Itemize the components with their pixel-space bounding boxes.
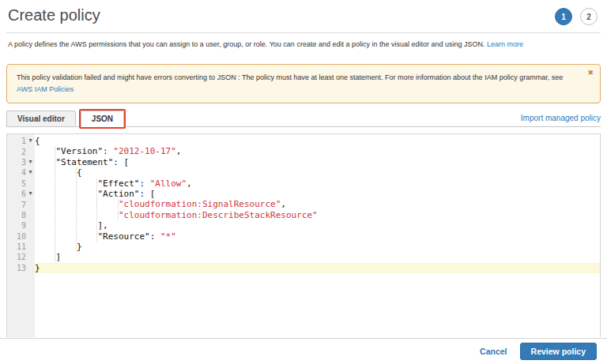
gutter-line-number: 7 xyxy=(21,201,26,209)
gutter-cell: 9 xyxy=(7,220,35,231)
json-plain-token: ], xyxy=(97,220,107,231)
indent-whitespace xyxy=(35,146,56,156)
code-line[interactable]: ] xyxy=(35,252,600,262)
code-line[interactable]: "Version": "2012-10-17", xyxy=(35,146,600,156)
tab-visual-editor[interactable]: Visual editor xyxy=(6,111,76,127)
code-line[interactable]: } xyxy=(35,263,600,273)
progress-steps: 12 xyxy=(555,6,599,25)
code-line[interactable]: "Action": [ xyxy=(35,189,600,199)
code-line[interactable]: { xyxy=(35,167,600,178)
gutter-cell: 7 xyxy=(7,199,35,209)
json-string-token: "cloudformation:SignalResource" xyxy=(119,199,281,209)
gutter-cell: 8 xyxy=(7,210,35,220)
code-line[interactable]: { xyxy=(35,136,600,146)
tab-json[interactable]: JSON xyxy=(81,111,124,127)
code-line[interactable]: ], xyxy=(35,220,600,231)
tab-label: Visual editor xyxy=(17,114,65,123)
json-plain-token: "Statement": [ xyxy=(56,157,130,167)
page-title: Create policy xyxy=(8,6,100,24)
gutter-cell: 1▼ xyxy=(7,136,35,146)
gutter-line-number: 2 xyxy=(21,148,26,156)
gutter-cell: 12 xyxy=(7,252,35,262)
gutter-line-number: 10 xyxy=(17,232,26,241)
gutter-line-number: 13 xyxy=(17,264,26,272)
fold-caret-icon[interactable]: ▼ xyxy=(26,189,35,199)
indent-whitespace xyxy=(35,242,77,252)
learn-more-link[interactable]: Learn more xyxy=(487,40,523,48)
json-editor[interactable]: 1▼23▼4▼56▼78910111213 { "Version": "2012… xyxy=(6,133,601,337)
gutter-cell: 2 xyxy=(7,146,35,156)
json-plain-token: , xyxy=(176,146,182,156)
json-plain-token: "Version": xyxy=(56,146,114,156)
fold-caret-icon[interactable]: ▼ xyxy=(26,136,35,146)
indent-whitespace xyxy=(35,199,119,209)
json-string-token: "2012-10-17" xyxy=(113,146,175,156)
indent-whitespace xyxy=(35,220,97,231)
intro-description: A policy defines the AWS permissions tha… xyxy=(8,40,487,48)
page-header: Create policy 12 xyxy=(0,0,607,25)
iam-policies-link[interactable]: AWS IAM Policies xyxy=(17,85,74,93)
cancel-button[interactable]: Cancel xyxy=(480,347,507,356)
code-line[interactable]: "Resource": "*" xyxy=(35,231,600,242)
close-icon[interactable]: ✖ xyxy=(587,69,594,77)
create-policy-page: Create policy 12 A policy defines the AW… xyxy=(0,0,607,364)
indent-whitespace xyxy=(35,189,97,199)
gutter-cell: 3▼ xyxy=(7,157,35,167)
json-plain-token: , xyxy=(187,178,192,189)
json-plain-token: } xyxy=(77,242,82,252)
fold-caret-icon[interactable]: ▼ xyxy=(26,157,35,167)
code-line[interactable]: "cloudformation:DescribeStackResource" xyxy=(35,210,600,220)
gutter-line-number: 9 xyxy=(21,221,26,230)
json-plain-token: , xyxy=(281,199,286,209)
step-indicator-2: 2 xyxy=(580,8,598,25)
tab-label: JSON xyxy=(92,114,113,123)
import-managed-policy-link[interactable]: Import managed policy xyxy=(521,114,601,126)
step-indicator-1: 1 xyxy=(555,8,572,25)
gutter-line-number: 12 xyxy=(17,253,26,261)
indent-whitespace xyxy=(35,252,56,262)
warning-message: This policy validation failed and might … xyxy=(17,73,563,81)
code-line[interactable]: } xyxy=(35,242,600,252)
json-plain-token: "Action": [ xyxy=(97,189,155,199)
code-line[interactable]: "Effect": "Allow", xyxy=(35,178,600,189)
gutter-line-number: 11 xyxy=(17,242,26,251)
json-plain-token: { xyxy=(35,136,40,146)
editor-code-area[interactable]: { "Version": "2012-10-17", "Statement": … xyxy=(35,134,600,337)
gutter-cell: 10 xyxy=(7,231,35,242)
intro-text: A policy defines the AWS permissions tha… xyxy=(8,40,599,48)
tab-bar: Visual editorJSON Import managed policy xyxy=(6,111,601,127)
json-string-token: "cloudformation:DescribeStackResource" xyxy=(119,210,318,220)
code-line[interactable]: "Statement": [ xyxy=(35,157,600,167)
json-plain-token: { xyxy=(77,167,82,178)
json-string-token: "Allow" xyxy=(150,178,187,189)
gutter-line-number: 5 xyxy=(21,179,26,188)
code-line[interactable]: "cloudformation:SignalResource", xyxy=(35,199,600,209)
gutter-line-number: 8 xyxy=(21,211,26,220)
json-plain-token: "Resource": xyxy=(97,231,160,242)
indent-whitespace xyxy=(35,157,56,167)
header-divider xyxy=(6,32,601,33)
indent-whitespace xyxy=(35,167,77,178)
editor-gutter: 1▼23▼4▼56▼78910111213 xyxy=(7,134,35,337)
footer-bar: Cancel Review policy xyxy=(0,338,607,364)
gutter-cell: 11 xyxy=(7,242,35,252)
json-plain-token: "Effect": xyxy=(97,178,149,189)
tab-bar-tabs: Visual editorJSON xyxy=(6,111,124,126)
gutter-cell: 6▼ xyxy=(7,189,35,199)
review-policy-button[interactable]: Review policy xyxy=(520,343,597,360)
json-plain-token: ] xyxy=(56,252,62,262)
gutter-cell: 13 xyxy=(7,263,35,273)
validation-warning-banner: This policy validation failed and might … xyxy=(6,64,601,103)
indent-whitespace xyxy=(35,178,97,189)
json-string-token: "*" xyxy=(160,231,176,242)
indent-whitespace xyxy=(35,231,97,242)
gutter-cell: 4▼ xyxy=(7,167,35,178)
fold-caret-icon[interactable]: ▼ xyxy=(26,167,35,178)
indent-whitespace xyxy=(35,210,119,220)
json-plain-token: } xyxy=(35,263,40,273)
gutter-cell: 5 xyxy=(7,178,35,189)
